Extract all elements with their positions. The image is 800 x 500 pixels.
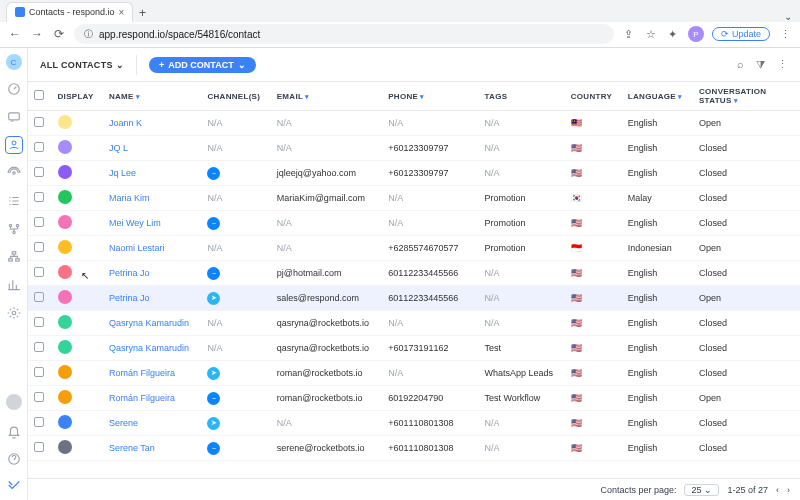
col-channels[interactable]: CHANNEL(S) bbox=[201, 82, 270, 111]
broadcast-icon[interactable] bbox=[5, 164, 23, 182]
contact-avatar bbox=[58, 290, 72, 304]
table-row[interactable]: Serene➤N/A+601110801308N/A🇺🇸EnglishClose… bbox=[28, 411, 800, 436]
table-row[interactable]: Petrina Jo➤sales@respond.com601122334455… bbox=[28, 286, 800, 311]
table-row[interactable]: Román Filgueira~roman@rocketbots.io60192… bbox=[28, 386, 800, 411]
row-checkbox[interactable] bbox=[34, 442, 44, 452]
table-row[interactable]: Qasryna KamarudinN/Aqasryna@rocketbots.i… bbox=[28, 336, 800, 361]
dashboard-icon[interactable] bbox=[5, 80, 23, 98]
close-icon[interactable]: × bbox=[119, 7, 125, 18]
workflow-icon[interactable] bbox=[5, 220, 23, 238]
forward-icon[interactable]: → bbox=[30, 27, 44, 41]
org-icon[interactable] bbox=[5, 248, 23, 266]
reports-icon[interactable] bbox=[5, 276, 23, 294]
contact-name-link[interactable]: Petrina Jo bbox=[109, 293, 150, 303]
browser-tab[interactable]: Contacts - respond.io × bbox=[6, 2, 133, 22]
table-row[interactable]: Serene Tan~serene@rocketbots.io+60111080… bbox=[28, 436, 800, 461]
row-checkbox[interactable] bbox=[34, 142, 44, 152]
new-tab-button[interactable]: + bbox=[133, 4, 151, 22]
col-display[interactable]: DISPLAY bbox=[52, 82, 103, 111]
prev-page-icon[interactable]: ‹ bbox=[776, 485, 779, 495]
contacts-table-wrap[interactable]: DISPLAY NAME▾ CHANNEL(S) EMAIL▾ PHONE▾ T… bbox=[28, 82, 800, 478]
contact-name-link[interactable]: Qasryna Kamarudin bbox=[109, 343, 189, 353]
table-row[interactable]: JQ LN/AN/A+60123309797N/A🇺🇸EnglishClosed bbox=[28, 136, 800, 161]
row-checkbox[interactable] bbox=[34, 242, 44, 252]
row-checkbox[interactable] bbox=[34, 267, 44, 277]
list-icon[interactable] bbox=[5, 192, 23, 210]
checkbox[interactable] bbox=[34, 90, 44, 100]
contact-name-link[interactable]: Jq Lee bbox=[109, 168, 136, 178]
row-checkbox[interactable] bbox=[34, 317, 44, 327]
profile-avatar[interactable]: P bbox=[688, 26, 704, 42]
extensions-icon[interactable]: ✦ bbox=[666, 27, 680, 41]
address-bar: ← → ⟳ ⓘ app.respond.io/space/54816/conta… bbox=[0, 22, 800, 47]
col-tags[interactable]: TAGS bbox=[479, 82, 565, 111]
contacts-icon[interactable] bbox=[5, 136, 23, 154]
table-row[interactable]: Naomi LestariN/AN/A+6285574670577Promoti… bbox=[28, 236, 800, 261]
add-contact-button[interactable]: + ADD CONTACT ⌄ bbox=[149, 57, 256, 73]
col-country[interactable]: COUNTRY bbox=[565, 82, 622, 111]
row-checkbox[interactable] bbox=[34, 392, 44, 402]
cell-country: 🇲🇾 bbox=[565, 111, 622, 136]
sort-icon: ▾ bbox=[734, 97, 738, 104]
contact-name-link[interactable]: Naomi Lestari bbox=[109, 243, 165, 253]
row-checkbox[interactable] bbox=[34, 367, 44, 377]
share-icon[interactable]: ⇪ bbox=[622, 27, 636, 41]
row-checkbox[interactable] bbox=[34, 417, 44, 427]
col-select[interactable] bbox=[28, 82, 52, 111]
flag-icon: 🇺🇸 bbox=[571, 293, 582, 303]
contact-name-link[interactable]: Joann K bbox=[109, 118, 142, 128]
filter-icon[interactable]: ⧩ bbox=[756, 58, 765, 71]
contact-name-link[interactable]: Román Filgueira bbox=[109, 393, 175, 403]
col-phone[interactable]: PHONE▾ bbox=[382, 82, 478, 111]
messages-icon[interactable] bbox=[5, 108, 23, 126]
cell-phone: +601110801308 bbox=[382, 436, 478, 461]
row-checkbox[interactable] bbox=[34, 117, 44, 127]
chevron-down-icon[interactable]: ⌄ bbox=[784, 11, 792, 22]
kebab-menu-icon[interactable]: ⋮ bbox=[778, 27, 792, 41]
row-checkbox[interactable] bbox=[34, 292, 44, 302]
contact-name-link[interactable]: JQ L bbox=[109, 143, 128, 153]
page-size-select[interactable]: 25⌄ bbox=[684, 484, 719, 496]
segment-dropdown[interactable]: ALL CONTACTS ⌄ bbox=[40, 60, 124, 70]
col-name[interactable]: NAME▾ bbox=[103, 82, 201, 111]
contact-name-link[interactable]: Petrina Jo bbox=[109, 268, 150, 278]
url-input[interactable]: ⓘ app.respond.io/space/54816/contact bbox=[74, 24, 614, 44]
cell-channel: N/A bbox=[201, 111, 270, 136]
table-row[interactable]: Román Filgueira➤roman@rocketbots.ioN/AWh… bbox=[28, 361, 800, 386]
row-checkbox[interactable] bbox=[34, 217, 44, 227]
next-page-icon[interactable]: › bbox=[787, 485, 790, 495]
table-row[interactable]: Joann KN/AN/AN/AN/A🇲🇾EnglishOpen bbox=[28, 111, 800, 136]
contact-name-link[interactable]: Serene bbox=[109, 418, 138, 428]
url-text: app.respond.io/space/54816/contact bbox=[99, 29, 260, 40]
cell-email: N/A bbox=[271, 136, 382, 161]
workspace-switch[interactable]: C bbox=[6, 54, 22, 70]
row-checkbox[interactable] bbox=[34, 342, 44, 352]
back-icon[interactable]: ← bbox=[8, 27, 22, 41]
kebab-menu-icon[interactable]: ⋮ bbox=[777, 58, 788, 71]
cell-status: Closed bbox=[693, 436, 800, 461]
bell-icon[interactable] bbox=[5, 424, 23, 442]
contact-name-link[interactable]: Serene Tan bbox=[109, 443, 155, 453]
contact-name-link[interactable]: Maria Kim bbox=[109, 193, 150, 203]
row-checkbox[interactable] bbox=[34, 192, 44, 202]
table-row[interactable]: Qasryna KamarudinN/Aqasryna@rocketbots.i… bbox=[28, 311, 800, 336]
user-avatar[interactable] bbox=[6, 394, 22, 410]
settings-icon[interactable] bbox=[5, 304, 23, 322]
svg-point-6 bbox=[12, 231, 14, 233]
contact-name-link[interactable]: Mei Wey Lim bbox=[109, 218, 161, 228]
col-status[interactable]: CONVERSATION STATUS▾ bbox=[693, 82, 800, 111]
col-email[interactable]: EMAIL▾ bbox=[271, 82, 382, 111]
star-icon[interactable]: ☆ bbox=[644, 27, 658, 41]
row-checkbox[interactable] bbox=[34, 167, 44, 177]
table-row[interactable]: Petrina Jo~pj@hotmail.com601122334455​66… bbox=[28, 261, 800, 286]
table-row[interactable]: Jq Lee~jqleejq@yahoo.com+60123309797N/A🇺… bbox=[28, 161, 800, 186]
contact-name-link[interactable]: Román Filgueira bbox=[109, 368, 175, 378]
help-icon[interactable] bbox=[5, 450, 23, 468]
contact-name-link[interactable]: Qasryna Kamarudin bbox=[109, 318, 189, 328]
col-language[interactable]: LANGUAGE▾ bbox=[622, 82, 693, 111]
search-icon[interactable]: ⌕ bbox=[737, 58, 744, 71]
table-row[interactable]: Maria KimN/AMariaKim@gmail.comN/APromoti… bbox=[28, 186, 800, 211]
table-row[interactable]: Mei Wey Lim~N/AN/APromotion🇺🇸EnglishClos… bbox=[28, 211, 800, 236]
reload-icon[interactable]: ⟳ bbox=[52, 27, 66, 41]
update-button[interactable]: ⟳ Update bbox=[712, 27, 770, 41]
